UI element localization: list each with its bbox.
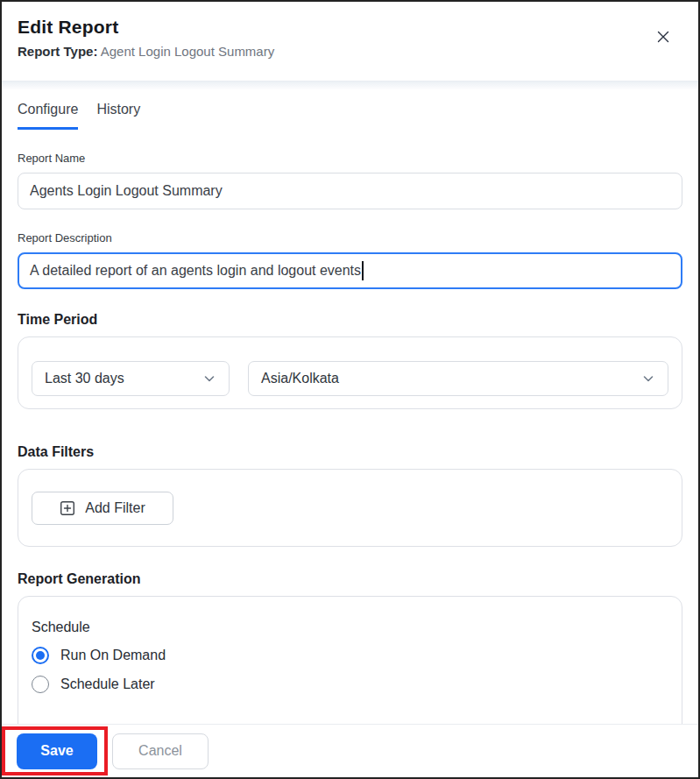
date-range-select[interactable]: Last 30 days xyxy=(32,361,230,396)
time-period-heading: Time Period xyxy=(18,312,682,328)
add-filter-label: Add Filter xyxy=(85,500,145,516)
page-title: Edit Report xyxy=(18,15,682,39)
schedule-label: Schedule xyxy=(32,620,668,635)
tab-bar: Configure History xyxy=(18,102,682,130)
report-description-label: Report Description xyxy=(18,231,682,244)
report-type-value: Agent Login Logout Summary xyxy=(101,44,274,59)
cancel-button[interactable]: Cancel xyxy=(112,733,209,769)
report-type-label: Report Type: xyxy=(18,44,97,59)
report-name-label: Report Name xyxy=(18,152,682,165)
dialog-footer: Save Cancel xyxy=(2,724,698,777)
text-cursor xyxy=(362,261,364,280)
report-description-input[interactable]: A detailed report of an agents login and… xyxy=(18,252,682,289)
radio-schedule-later[interactable]: Schedule Later xyxy=(32,676,668,693)
edit-report-dialog: Edit Report Report Type: Agent Login Log… xyxy=(2,2,698,777)
radio-selected-icon xyxy=(32,647,49,664)
tab-history[interactable]: History xyxy=(96,102,140,130)
report-description-value: A detailed report of an agents login and… xyxy=(30,263,361,279)
save-button[interactable]: Save xyxy=(17,733,97,769)
timezone-value: Asia/Kolkata xyxy=(261,371,339,386)
add-filter-button[interactable]: Add Filter xyxy=(32,492,173,525)
radio-schedule-later-label: Schedule Later xyxy=(60,676,155,692)
report-type-line: Report Type: Agent Login Logout Summary xyxy=(18,43,682,60)
chevron-down-icon xyxy=(641,372,655,386)
radio-run-on-demand[interactable]: Run On Demand xyxy=(32,647,668,664)
chevron-down-icon xyxy=(202,372,216,386)
tab-configure[interactable]: Configure xyxy=(18,102,78,130)
report-generation-heading: Report Generation xyxy=(18,571,682,587)
plus-square-icon xyxy=(60,500,75,516)
timezone-select[interactable]: Asia/Kolkata xyxy=(248,361,668,396)
data-filters-heading: Data Filters xyxy=(18,444,682,460)
date-range-value: Last 30 days xyxy=(45,371,124,386)
radio-run-on-demand-label: Run On Demand xyxy=(60,648,166,663)
report-name-input[interactable] xyxy=(18,173,682,209)
close-icon xyxy=(655,29,671,45)
close-button[interactable] xyxy=(649,23,677,51)
data-filters-card: Add Filter xyxy=(18,469,682,547)
radio-unselected-icon xyxy=(32,676,49,693)
dialog-header: Edit Report Report Type: Agent Login Log… xyxy=(2,2,698,60)
header-divider xyxy=(2,81,698,89)
time-period-card: Last 30 days Asia/Kolkata xyxy=(18,336,682,409)
form-content: Report Name Report Description A detaile… xyxy=(2,152,698,745)
report-generation-card: Schedule Run On Demand Schedule Later xyxy=(18,596,682,745)
